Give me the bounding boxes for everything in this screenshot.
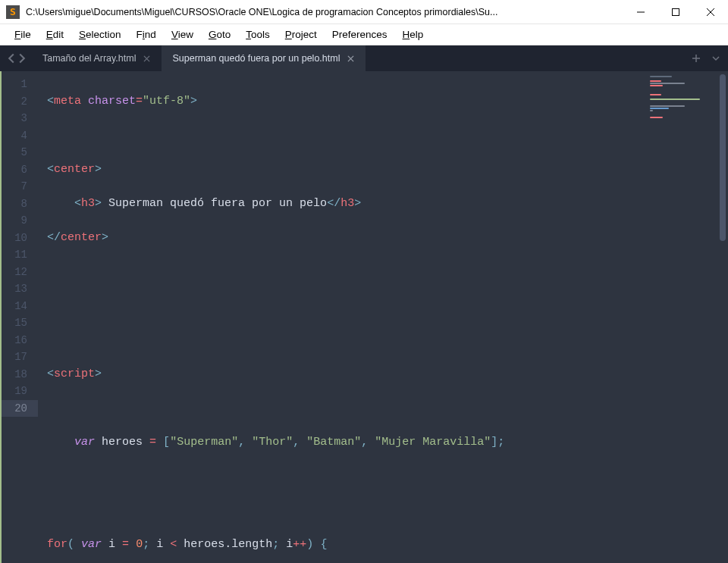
line-number: 9 xyxy=(2,212,38,230)
new-tab-icon[interactable] xyxy=(689,51,704,66)
line-number: 8 xyxy=(2,195,38,213)
window-title: C:\Users\migue\Documents\Miguel\CURSOS\O… xyxy=(26,7,497,17)
menu-view[interactable]: View xyxy=(165,27,200,42)
line-number: 16 xyxy=(2,332,38,349)
tab-prev-icon[interactable] xyxy=(6,53,17,64)
tab-close-icon[interactable] xyxy=(346,54,355,63)
line-number: 11 xyxy=(2,246,38,264)
maximize-button[interactable] xyxy=(658,0,693,24)
line-number: 12 xyxy=(2,264,38,281)
menu-find[interactable]: Find xyxy=(130,27,163,42)
tab-nav-arrows xyxy=(0,45,32,71)
line-number: 19 xyxy=(2,383,38,400)
line-number: 15 xyxy=(2,314,38,332)
line-number: 7 xyxy=(2,178,38,195)
line-number: 14 xyxy=(2,298,38,315)
line-number: 5 xyxy=(2,144,38,161)
tab-inactive[interactable]: Tamaño del Array.html xyxy=(32,45,162,71)
close-button[interactable] xyxy=(693,0,728,24)
editor-area[interactable]: 1234567891011121314151617181920 <meta ch… xyxy=(0,71,728,563)
line-number: 13 xyxy=(2,280,38,298)
tab-label: Tamaño del Array.html xyxy=(42,53,136,64)
line-number: 10 xyxy=(2,230,38,247)
code-content[interactable]: <meta charset="utf-8"> <center> <h3> Sup… xyxy=(38,71,645,563)
scrollbar-thumb[interactable] xyxy=(720,74,726,241)
vertical-scrollbar[interactable] xyxy=(717,71,728,563)
window-titlebar: S C:\Users\migue\Documents\Miguel\CURSOS… xyxy=(0,0,728,24)
menu-preferences[interactable]: Preferences xyxy=(325,27,394,42)
menu-selection[interactable]: Selection xyxy=(72,27,128,42)
line-number: 6 xyxy=(2,161,38,179)
line-number: 4 xyxy=(2,127,38,145)
line-number: 2 xyxy=(2,93,38,111)
menu-file[interactable]: File xyxy=(8,27,38,42)
tab-active[interactable]: Superman quedó fuera por un pelo.html xyxy=(162,45,366,71)
menu-bar: File Edit Selection Find View Goto Tools… xyxy=(0,24,728,45)
tab-close-icon[interactable] xyxy=(142,54,151,63)
tab-label: Superman quedó fuera por un pelo.html xyxy=(172,53,340,64)
minimize-button[interactable] xyxy=(623,0,658,24)
line-number: 1 xyxy=(2,76,38,93)
minimap[interactable] xyxy=(645,71,717,563)
menu-tools[interactable]: Tools xyxy=(239,27,277,42)
line-number: 17 xyxy=(2,349,38,366)
line-number: 18 xyxy=(2,366,38,383)
menu-edit[interactable]: Edit xyxy=(39,27,71,42)
line-number: 20 xyxy=(2,400,38,418)
line-number-gutter: 1234567891011121314151617181920 xyxy=(0,71,38,563)
menu-goto[interactable]: Goto xyxy=(202,27,237,42)
menu-help[interactable]: Help xyxy=(396,27,431,42)
menu-project[interactable]: Project xyxy=(278,27,324,42)
svg-rect-1 xyxy=(673,9,679,16)
app-icon: S xyxy=(6,5,20,19)
tab-bar: Tamaño del Array.html Superman quedó fue… xyxy=(0,45,728,71)
tab-next-icon[interactable] xyxy=(17,53,27,64)
tab-dropdown-icon[interactable] xyxy=(708,51,723,66)
line-number: 3 xyxy=(2,110,38,127)
